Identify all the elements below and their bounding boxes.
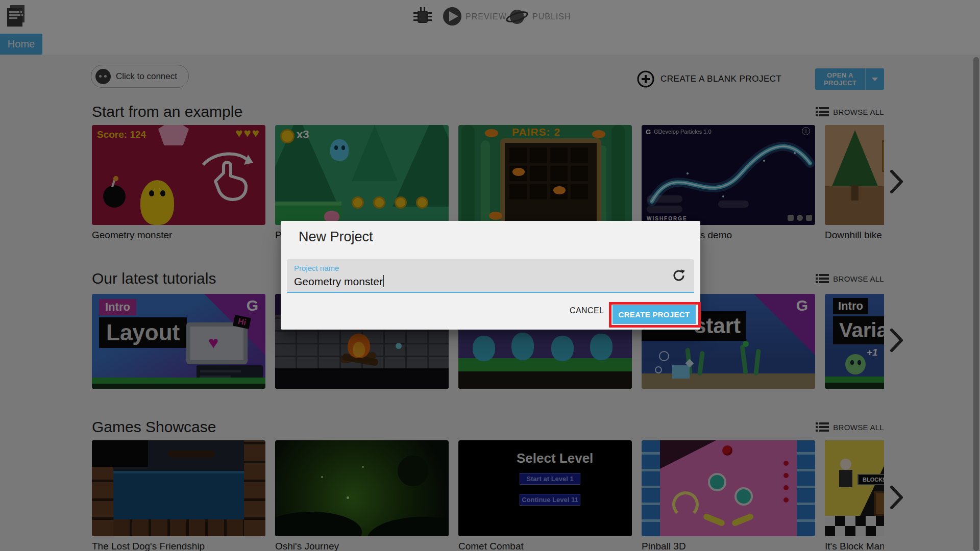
project-name-value: Geometry monster [294, 275, 384, 288]
project-name-label: Project name [294, 264, 339, 272]
text-cursor [383, 275, 384, 287]
annotation-highlight-box [609, 302, 701, 328]
refresh-icon[interactable] [672, 268, 686, 283]
dialog-title: New Project [299, 229, 373, 245]
project-name-input[interactable]: Project name Geometry monster [287, 259, 694, 293]
cancel-button[interactable]: CANCEL [567, 306, 607, 316]
